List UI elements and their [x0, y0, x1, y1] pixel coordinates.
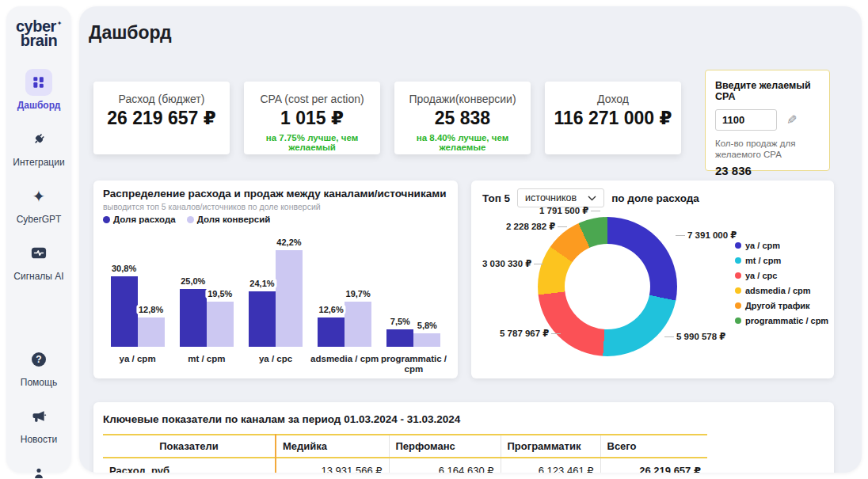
legend-dot	[735, 302, 741, 309]
kpi-title: Расход (бюджет)	[93, 93, 230, 105]
bar-conversion-share: 42,2%	[276, 250, 303, 347]
kpi-title: Продажи(конверсии)	[394, 93, 531, 105]
bar-conversion-share: 12,8%	[138, 317, 165, 347]
slice-label: 2 228 282 ₽	[506, 221, 567, 232]
x-axis-label: ya / cpm	[103, 354, 172, 374]
legend-dot	[735, 317, 741, 324]
legend-dot	[735, 287, 741, 294]
bar-expense-share: 24,1%	[249, 291, 276, 347]
sparkle-icon	[25, 183, 52, 210]
sidebar-item-label: Сигналы AI	[13, 271, 63, 282]
kpi-value: 26 219 657 ₽	[93, 108, 230, 129]
slice-label: 7 391 000 ₽	[676, 230, 737, 241]
bar-chart-subtitle: выводится топ 5 каналов/источников по до…	[103, 202, 321, 211]
dashboard-icon	[25, 69, 52, 96]
legend-label: Доля расхода	[113, 215, 176, 224]
kpi-value: 25 838	[394, 108, 531, 129]
legend-dot-expense	[103, 216, 110, 223]
brand-logo-line2: brain	[16, 33, 62, 48]
bar-conversion-share: 5,8%	[413, 333, 440, 347]
table-cell: 6 164 630 ₽	[389, 458, 501, 473]
x-axis-label: programmatic / cpm	[379, 354, 448, 374]
sidebar-item-news[interactable]: Новости	[21, 403, 57, 445]
legend-dot	[735, 257, 741, 264]
column-header: Программатик	[501, 435, 600, 458]
kpi-card-cpa: CPA (cost per action) 1 015 ₽ на 7.75% л…	[244, 82, 380, 154]
table-cell: Расход, руб	[103, 458, 276, 473]
sidebar-item-help[interactable]: Помощь	[21, 346, 57, 388]
donut-title-suffix: по доле расхода	[611, 192, 699, 204]
sidebar-item-integrations[interactable]: Интеграции	[13, 126, 64, 168]
bar-group: 25,0% 19,5%	[180, 289, 234, 347]
bar-x-axis: ya / cpm mt / cpm ya / cpc adsmedia / cp…	[103, 354, 448, 374]
chevron-down-icon	[588, 196, 596, 201]
bar-expense-share: 12,6%	[318, 317, 345, 347]
column-header: Всего	[600, 435, 707, 458]
sidebar-item-signals-ai[interactable]: Сигналы AI	[13, 240, 63, 282]
donut-chart-card: Топ 5 источников по доле расхода 7 391 0…	[471, 181, 834, 378]
x-axis-label: ya / cpc	[241, 354, 310, 374]
person-icon	[25, 460, 52, 479]
bar-conversion-share: 19,7%	[345, 302, 371, 347]
legend-label: mt / cpm	[745, 256, 781, 265]
x-axis-label: mt / cpm	[172, 354, 241, 374]
kpi-note: на 7.75% лучше, чем желаемый	[244, 133, 380, 152]
bar-conversion-share: 19,5%	[207, 302, 234, 347]
column-header: Показатели	[103, 435, 276, 458]
table-header-row: Показатели Медийка Перфоманс Программати…	[103, 435, 707, 458]
legend-label: Другой трафик	[745, 301, 810, 310]
desired-cpa-label: Введите желаемый CPA	[715, 80, 820, 102]
column-header: Перфоманс	[389, 435, 501, 458]
sidebar-item-label: Новости	[21, 434, 57, 445]
slice-label: 1 791 500 ₽	[539, 205, 600, 216]
sidebar: cyber brain Дашборд Интеграц	[6, 6, 71, 473]
kpi-card-income: Доход 116 271 000 ₽	[545, 82, 681, 154]
sidebar-item-cybergpt[interactable]: CyberGPT	[17, 183, 62, 225]
megaphone-icon	[25, 403, 52, 430]
edit-pencil-icon[interactable]	[786, 112, 797, 127]
desired-cpa-input[interactable]	[715, 109, 777, 131]
bar-chart-legend: Доля расхода Доля конверсий	[103, 215, 270, 224]
plug-icon	[25, 126, 52, 153]
kpi-title: CPA (cost per action)	[244, 93, 380, 105]
kpi-value: 1 015 ₽	[244, 108, 380, 129]
kpi-card-sales: Продажи(конверсии) 25 838 на 8.40% лучше…	[394, 82, 531, 154]
kpi-card-expense: Расход (бюджет) 26 219 657 ₽	[93, 82, 230, 154]
bar-group: 30,8% 12,8%	[111, 276, 165, 347]
bar-plot: 30,8% 12,8% 25,0% 19,5% 24,1% 42,2% 12,6…	[103, 234, 448, 347]
table-cell: 13 931 566 ₽	[276, 458, 389, 473]
sidebar-item-profile[interactable]: Профиль	[18, 460, 59, 479]
sidebar-item-label: CyberGPT	[17, 214, 62, 225]
kpi-title: Доход	[545, 93, 681, 105]
donut-title-prefix: Топ 5	[482, 192, 510, 204]
kpi-row: Расход (бюджет) 26 219 657 ₽ CPA (cost p…	[93, 82, 681, 154]
bar-expense-share: 25,0%	[180, 289, 207, 347]
desired-cpa-result: 23 836	[715, 164, 820, 177]
legend-label: Доля конверсий	[197, 215, 271, 224]
table-cell: 6 123 461 ₽	[501, 458, 600, 473]
table-cell: 26 219 657 ₽	[600, 458, 707, 473]
table-row: Расход, руб 13 931 566 ₽ 6 164 630 ₽ 6 1…	[103, 458, 707, 473]
slice-label: 3 030 330 ₽	[482, 258, 543, 269]
legend-label: ya / cpc	[745, 271, 777, 280]
sidebar-item-dashboard[interactable]: Дашборд	[17, 69, 61, 111]
donut-legend: ya / cpm mt / cpm ya / cpc adsmedia / cp…	[735, 241, 828, 325]
slice-label: 5 787 967 ₽	[500, 328, 561, 339]
bar-chart-title: Распределение расхода и продаж между кан…	[103, 188, 446, 200]
sidebar-item-label: Дашборд	[17, 100, 61, 111]
table-title: Ключевые показатели по каналам за период…	[103, 413, 824, 425]
legend-dot-conversions	[187, 216, 194, 223]
x-axis-label: adsmedia / cpm	[310, 354, 379, 374]
kpi-value: 116 271 000 ₽	[545, 108, 681, 129]
bar-expense-share: 30,8%	[111, 276, 138, 347]
legend-label: adsmedia / cpm	[745, 286, 811, 295]
sidebar-item-label: Помощь	[21, 377, 57, 388]
legend-label: programmatic / cpm	[745, 316, 828, 325]
select-value: источников	[525, 192, 577, 203]
signals-icon	[25, 240, 52, 267]
donut-hole	[565, 244, 650, 329]
desired-cpa-hint: Кол-во продаж для желаемого CPA	[715, 138, 820, 161]
slice-label: 5 990 578 ₽	[664, 331, 725, 342]
legend-dot	[735, 242, 741, 249]
key-metrics-card: Ключевые показатели по каналам за период…	[93, 402, 834, 473]
